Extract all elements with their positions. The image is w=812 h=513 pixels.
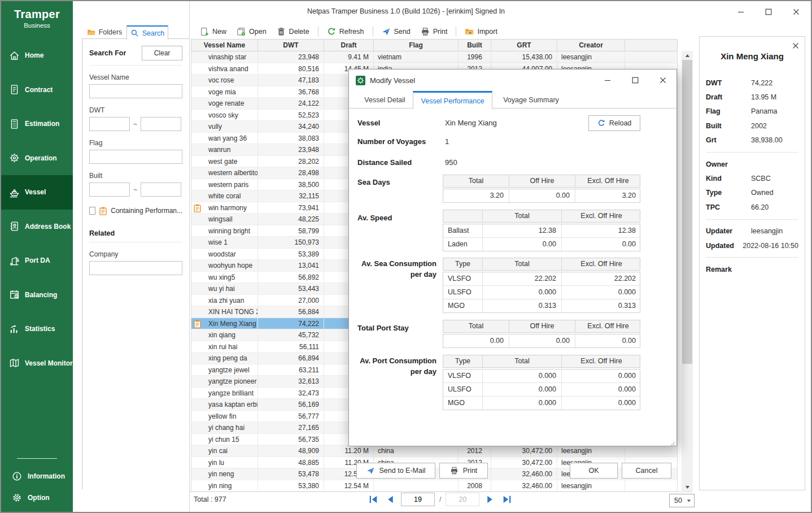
sidebar-item-balancing[interactable]: Balancing [1, 278, 73, 312]
minimize-icon[interactable] [737, 8, 744, 15]
section-label-av-speed: Av. Speed [357, 212, 436, 223]
performance-column-header: Total [483, 210, 562, 222]
sidebar-item-option[interactable]: Option [1, 487, 73, 508]
performance-column-header: Excl. Off Hire [575, 175, 641, 187]
panel-close-icon[interactable] [792, 41, 800, 49]
column-header-vessel-name[interactable]: Vessel Name [191, 40, 258, 51]
toolbar-delete-button[interactable]: Delete [272, 27, 315, 36]
cell-dwt: 52,523 [258, 110, 324, 121]
cell-text: 63,211 [299, 366, 319, 374]
performance-cell: ULSFO [443, 286, 483, 299]
built-min-input[interactable] [89, 182, 130, 197]
dialog-maximize-icon[interactable] [632, 77, 639, 84]
containing-performance-checkbox[interactable] [89, 207, 95, 215]
first-page-icon[interactable] [367, 493, 379, 506]
sidebar-item-contract[interactable]: Contract [1, 73, 73, 107]
toolbar-open-button[interactable]: Open [232, 27, 272, 36]
cell-name: yellow fin [191, 411, 258, 423]
sidebar-item-port-da[interactable]: Port DA [1, 244, 73, 278]
detail-row-type: TypeOwned [706, 186, 798, 200]
dwt-max-input[interactable] [141, 117, 181, 131]
next-page-icon[interactable] [484, 493, 496, 506]
dialog-minimize-icon[interactable] [604, 77, 611, 84]
sidebar-item-label: Port DA [25, 256, 50, 264]
dwt-min-input[interactable] [89, 117, 130, 131]
toolbar-send-button[interactable]: Send [377, 27, 416, 36]
section-label-av-port-consumption: Av. Port Consumptionper day [357, 355, 436, 377]
tab-vessel-performance[interactable]: Vessel Performance [413, 91, 492, 109]
send-icon [366, 467, 375, 475]
sidebar-item-estimation[interactable]: Estimation [1, 107, 73, 141]
clear-button[interactable]: Clear [142, 46, 182, 60]
toolbar-print-button[interactable]: Print [416, 27, 453, 36]
sidebar-item-home[interactable]: Home [1, 38, 73, 73]
detail-divider [706, 152, 798, 153]
table-row[interactable]: yin cai48,90911.20 Mchina201230,472.00le… [191, 445, 677, 457]
cell-text: leesangjin [561, 53, 592, 61]
tab-search[interactable]: Search [126, 25, 168, 40]
cell-text: 23,948 [298, 146, 319, 154]
column-header-blank[interactable] [625, 40, 677, 51]
cell-text: vinaship star [208, 53, 246, 61]
scrollbar-thumb[interactable] [682, 60, 692, 364]
detail-row-built: Built2002 [706, 119, 798, 133]
dialog-print-button[interactable]: Print [439, 463, 488, 479]
table-row[interactable]: yin ning53,38012.54 M200832,460.00leesan… [191, 480, 677, 492]
cell-text: 11.20 M [345, 447, 369, 455]
table-scrollbar[interactable] [682, 51, 693, 492]
sidebar-item-address-book[interactable]: Address Book [1, 210, 73, 244]
performance-cell: 3.20 [443, 189, 509, 202]
tab-voyage-summary[interactable]: Voyage Summary [492, 91, 570, 108]
toolbar-import-button[interactable]: Import [460, 27, 502, 36]
detail-row-updated: Updated2022-08-16 10:50 [706, 238, 798, 253]
column-header-draft[interactable]: Draft [324, 40, 374, 51]
detail-value: 66.20 [751, 203, 769, 211]
table-row[interactable]: vinaship star23,9489.41 Mvietnam199615,4… [191, 51, 677, 63]
tab-folders[interactable]: Folders [82, 25, 126, 39]
company-input[interactable] [89, 261, 182, 275]
send-to-email-button[interactable]: Send to E-Mail [356, 463, 435, 479]
dialog-close-icon[interactable] [660, 77, 666, 84]
sidebar-item-label: Balancing [25, 291, 57, 299]
resize-grip-icon[interactable] [670, 439, 675, 445]
cell-name: wise 1 [191, 237, 258, 249]
sidebar-item-vessel-monitor[interactable]: Vessel Monitor [1, 346, 73, 381]
cell-text: 56,111 [299, 343, 319, 351]
column-header-grt[interactable]: GRT [491, 40, 557, 51]
current-page-input[interactable] [401, 493, 435, 506]
last-page-icon[interactable] [501, 493, 513, 506]
performance-cell: VLSFO [443, 369, 483, 382]
sidebar-item-information[interactable]: Information [1, 466, 73, 487]
toolbar-refresh-button[interactable]: Refresh [322, 27, 369, 36]
sidebar-item-operation[interactable]: Operation [1, 141, 73, 176]
maximize-icon[interactable] [765, 8, 772, 15]
cell-grt: 32,460.00 [491, 480, 557, 492]
cell-name: xin rui hai [191, 341, 258, 353]
tab-label: Search [142, 29, 165, 37]
column-header-built[interactable]: Built [459, 40, 491, 51]
reload-button[interactable]: Reload [588, 115, 640, 131]
cancel-button[interactable]: Cancel [622, 463, 671, 479]
previous-page-icon[interactable] [384, 493, 396, 506]
cell-text: yi chun 15 [208, 436, 239, 444]
vessel-name-input[interactable] [89, 84, 182, 98]
column-header-dwt[interactable]: DWT [258, 40, 324, 51]
cell-text: wu xing5 [208, 273, 235, 281]
sidebar-item-vessel[interactable]: Vessel [1, 175, 73, 210]
column-header-creator[interactable]: Creator [557, 40, 625, 51]
cell-text: winning bright [208, 227, 250, 235]
page-size-select[interactable]: 50 [669, 494, 695, 507]
performance-row: Ballast12.3812.38 [443, 224, 640, 238]
scroll-up-icon[interactable] [682, 51, 693, 60]
toolbar-new-button[interactable]: New [195, 27, 232, 36]
built-max-input[interactable] [141, 182, 181, 197]
ok-button[interactable]: OK [570, 463, 618, 479]
print-icon [450, 467, 459, 475]
flag-input[interactable] [89, 150, 182, 164]
modify-vessel-icon [356, 76, 365, 85]
scroll-down-icon[interactable] [682, 482, 693, 492]
close-icon[interactable] [792, 8, 800, 15]
tab-vessel-detail[interactable]: Vessel Detail [357, 91, 413, 108]
sidebar-item-statistics[interactable]: Statistics [1, 312, 73, 346]
column-header-flag[interactable]: Flag [374, 40, 459, 51]
